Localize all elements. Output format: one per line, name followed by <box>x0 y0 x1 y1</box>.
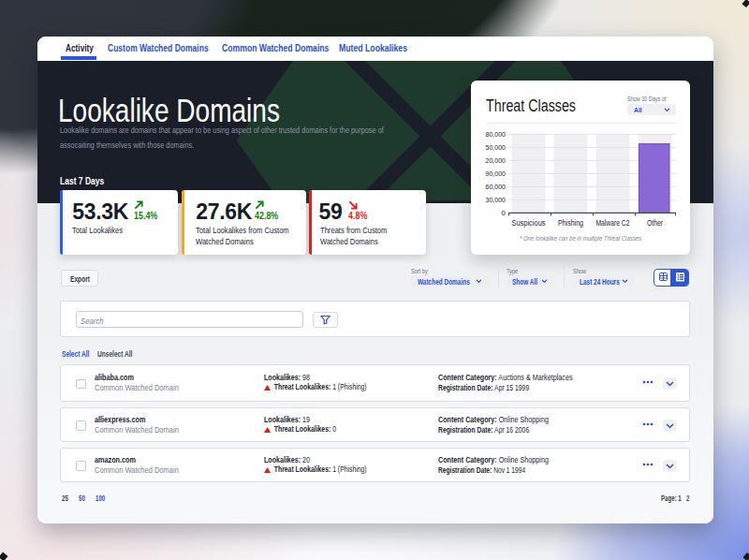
svg-text:Malware C2: Malware C2 <box>596 218 630 228</box>
svg-text:Suspicious: Suspicious <box>512 218 546 228</box>
svg-text:0: 0 <box>502 210 507 218</box>
svg-text:90,000: 90,000 <box>486 170 507 179</box>
svg-text:Other: Other <box>647 218 663 228</box>
svg-text:20,000: 20,000 <box>486 157 507 166</box>
svg-text:50,000: 50,000 <box>486 144 507 153</box>
svg-text:60,000: 60,000 <box>486 184 507 192</box>
svg-text:30,000: 30,000 <box>486 197 507 205</box>
svg-text:* One lookalike can be in mult: * One lookalike can be in multiple Threa… <box>520 234 641 243</box>
svg-text:Phishing: Phishing <box>558 218 583 228</box>
svg-text:80,000: 80,000 <box>486 131 507 140</box>
